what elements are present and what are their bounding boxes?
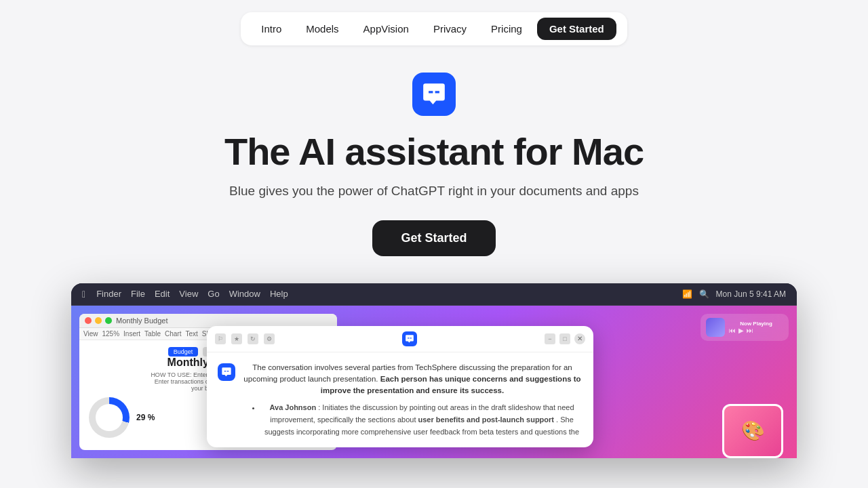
spreadsheet-filename: Monthly Budget (116, 317, 167, 325)
menu-view[interactable]: View (179, 289, 198, 299)
music-title: Now Playing (729, 321, 783, 327)
ai-close-button[interactable]: ✕ (574, 333, 585, 344)
tab-budget[interactable]: Budget (168, 347, 199, 357)
sticker-emoji: 🎨 (741, 420, 765, 442)
nav-link-models[interactable]: Models (296, 19, 348, 39)
traffic-lights (85, 317, 112, 324)
ai-main-paragraph: The conversation involves several partie… (242, 362, 583, 397)
wifi-icon: 📶 (682, 289, 692, 299)
next-button[interactable]: ⏭ (747, 327, 753, 334)
ai-bullet-list: Ava Johnson : Initiates the discussion b… (242, 402, 583, 438)
toolbar-chart[interactable]: Chart (165, 330, 181, 338)
mac-window:  Finder File Edit View Go Window Help 📶… (71, 283, 797, 458)
menu-window[interactable]: Window (229, 289, 260, 299)
apple-logo:  (82, 289, 85, 300)
sticker-image: 🎨 (722, 404, 783, 458)
hero-subtitle: Blue gives you the power of ChatGPT righ… (229, 184, 639, 199)
ai-bullet-item-1: Ava Johnson : Initiates the discussion b… (261, 402, 583, 438)
mac-menu-bar:  Finder File Edit View Go Window Help (82, 289, 288, 300)
nav-inner: Intro Models AppVision Privacy Pricing G… (241, 12, 627, 45)
mac-content-area: Monthly Budget View 125% Insert Table Ch… (71, 306, 797, 458)
ai-title-logo (402, 331, 417, 346)
menu-file[interactable]: File (131, 289, 145, 299)
ai-dialog-icon-star[interactable]: ★ (231, 333, 242, 344)
ai-expand-button[interactable]: □ (559, 333, 570, 344)
budget-percent: 29 % (136, 413, 155, 422)
ai-bullet-bold: user benefits and post-launch support (418, 415, 554, 424)
toolbar-insert[interactable]: Insert (123, 330, 140, 338)
nav-link-privacy[interactable]: Privacy (424, 19, 476, 39)
toolbar-zoom: 125% (102, 330, 120, 338)
navbar: Intro Models AppVision Privacy Pricing G… (0, 0, 868, 52)
mac-menu-items: Finder File Edit View Go Window Help (96, 289, 288, 299)
toolbar-text[interactable]: Text (185, 330, 197, 338)
prev-button[interactable]: ⏮ (729, 327, 736, 334)
ai-dialog-overlay: ⚐ ★ ↻ ⚙ − □ ✕ (207, 326, 593, 448)
ai-dialog-body: The conversation involves several partie… (207, 352, 593, 448)
ai-dialog-icon-undo[interactable]: ↻ (248, 333, 258, 344)
budget-donut-chart (89, 397, 130, 438)
ai-minimize-button[interactable]: − (545, 333, 555, 344)
menu-edit[interactable]: Edit (155, 289, 170, 299)
mac-topbar:  Finder File Edit View Go Window Help 📶… (71, 283, 797, 306)
music-thumbnail (706, 318, 725, 337)
toolbar-table[interactable]: Table (144, 330, 161, 338)
music-info: Now Playing ⏮ ▶ ⏭ (729, 321, 783, 334)
chat-bubble-icon (421, 81, 447, 107)
ai-dialog-window-controls: − □ ✕ (545, 333, 585, 344)
ai-dialog-titlebar: ⚐ ★ ↻ ⚙ − □ ✕ (207, 326, 593, 352)
menu-help[interactable]: Help (270, 289, 288, 299)
datetime: Mon Jun 5 9:41 AM (716, 289, 786, 299)
nav-get-started-button[interactable]: Get Started (537, 18, 616, 40)
nav-link-appvision[interactable]: AppVision (354, 19, 418, 39)
toolbar-view[interactable]: View (83, 330, 98, 338)
menu-go[interactable]: Go (208, 289, 219, 299)
ai-dialog-icon-flag[interactable]: ⚐ (215, 333, 226, 344)
mac-status-bar: 📶 🔍 Mon Jun 5 9:41 AM (682, 289, 786, 299)
ai-bullet-name: Ava Johnson (269, 403, 316, 411)
ai-dialog-icons: ⚐ ★ ↻ ⚙ (215, 333, 275, 344)
play-button[interactable]: ▶ (738, 327, 744, 334)
ai-dialog-icon-gear[interactable]: ⚙ (264, 333, 275, 344)
hero-title: The AI assistant for Mac (224, 131, 644, 173)
nav-link-intro[interactable]: Intro (252, 19, 291, 39)
app-logo-icon (412, 73, 456, 116)
music-controls[interactable]: ⏮ ▶ ⏭ (729, 327, 783, 334)
hero-get-started-button[interactable]: Get Started (372, 220, 495, 256)
ai-response-text: The conversation involves several partie… (242, 362, 583, 439)
ai-avatar (218, 363, 235, 381)
minimize-button-yellow[interactable] (95, 317, 102, 324)
fullscreen-button-green[interactable] (105, 317, 112, 324)
nav-link-pricing[interactable]: Pricing (481, 19, 532, 39)
search-icon: 🔍 (699, 289, 709, 299)
hero-section: The AI assistant for Mac Blue gives you … (0, 52, 868, 458)
close-button-red[interactable] (85, 317, 92, 324)
mini-music-player: Now Playing ⏮ ▶ ⏭ (701, 314, 789, 341)
menu-finder[interactable]: Finder (96, 289, 121, 299)
